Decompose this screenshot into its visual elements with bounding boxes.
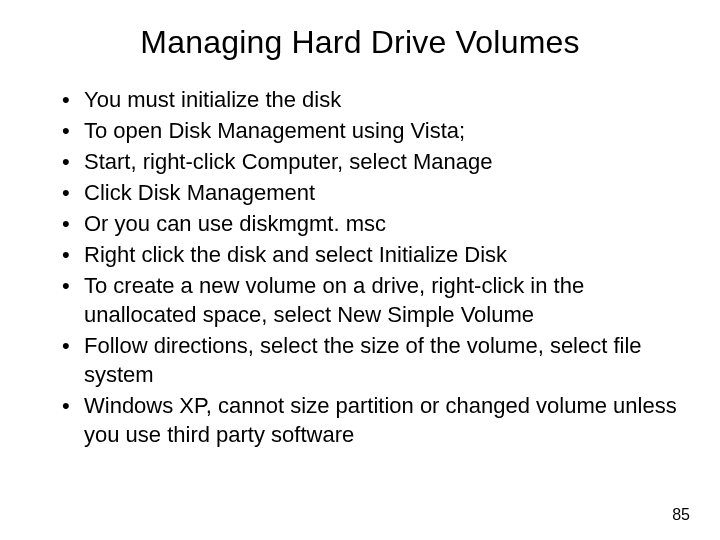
list-item: To create a new volume on a drive, right… [62,271,680,329]
list-item: Follow directions, select the size of th… [62,331,680,389]
list-item: Right click the disk and select Initiali… [62,240,680,269]
list-item: To open Disk Management using Vista; [62,116,680,145]
page-number: 85 [672,506,690,524]
list-item: You must initialize the disk [62,85,680,114]
list-item: Or you can use diskmgmt. msc [62,209,680,238]
bullet-list: You must initialize the disk To open Dis… [40,85,680,449]
list-item: Click Disk Management [62,178,680,207]
list-item: Start, right-click Computer, select Mana… [62,147,680,176]
list-item: Windows XP, cannot size partition or cha… [62,391,680,449]
slide-title: Managing Hard Drive Volumes [40,24,680,61]
